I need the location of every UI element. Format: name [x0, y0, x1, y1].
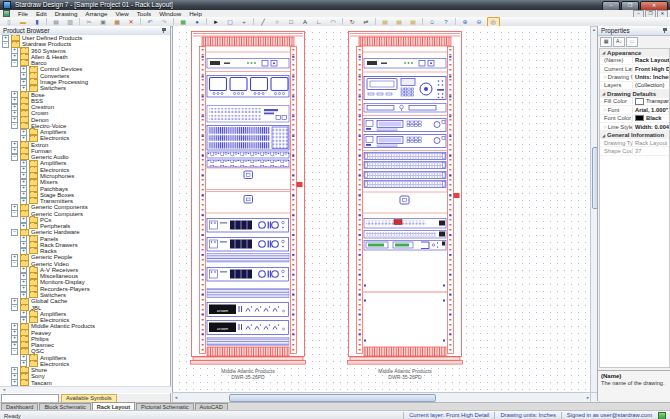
- library-symbols-button[interactable]: ▤: [393, 17, 406, 27]
- zoom-out-button[interactable]: ⊖: [473, 17, 486, 27]
- rack-unit-meter-panel[interactable]: [364, 241, 446, 251]
- rack-unit-connector-row[interactable]: [364, 231, 446, 239]
- property-category-appearance[interactable]: ◢Appearance: [600, 49, 669, 57]
- scroll-left-arrow[interactable]: ◄: [174, 395, 178, 401]
- menu-file[interactable]: File: [14, 10, 32, 17]
- expand-toggle-icon[interactable]: −: [11, 60, 18, 67]
- property-row-font-color[interactable]: Font ColorBlack: [600, 115, 669, 123]
- property-category-general-information[interactable]: ◢General Information: [600, 131, 669, 139]
- people-button[interactable]: ☺: [426, 17, 439, 27]
- rack-unit-vent[interactable]: [207, 254, 289, 263]
- text-button[interactable]: A: [299, 17, 312, 27]
- node-select-button[interactable]: ▢: [224, 17, 237, 27]
- paste-button[interactable]: ▦: [111, 17, 124, 27]
- help-button[interactable]: ?: [440, 17, 453, 27]
- rack-unit-cd-player[interactable]: [364, 119, 446, 132]
- rack-unit-patchbay[interactable]: [207, 126, 289, 151]
- tree-scrollbar[interactable]: ◄: [0, 386, 172, 393]
- expand-toggle-icon[interactable]: −: [2, 41, 9, 48]
- expand-toggle-icon[interactable]: −: [11, 154, 18, 161]
- property-value[interactable]: Rack Layout: [633, 57, 669, 63]
- note-flag[interactable]: [297, 182, 303, 187]
- delete-button[interactable]: ✕: [125, 17, 138, 27]
- property-value[interactable]: Width: 0.004", Col: [633, 124, 669, 130]
- tree-item-tascam[interactable]: +Tascam: [0, 380, 170, 386]
- rack-unit-patchbay-row[interactable]: [364, 172, 446, 179]
- property-value[interactable]: 37: [633, 148, 669, 154]
- menu-help[interactable]: Help: [185, 10, 206, 17]
- rack-drawing-right[interactable]: [347, 31, 463, 365]
- zoom-fit-button[interactable]: ◎: [487, 17, 500, 27]
- expand-toggle-icon[interactable]: −: [11, 348, 18, 355]
- pin-icon[interactable]: [662, 28, 668, 34]
- library-projects-button[interactable]: ▤: [407, 17, 420, 27]
- rack-bottom-vent[interactable]: [207, 347, 289, 356]
- property-value[interactable]: (Collection): [633, 82, 669, 88]
- zoom-in-button[interactable]: ⊕: [459, 17, 472, 27]
- property-row-line-style[interactable]: ▷Line StyleWidth: 0.004", Col: [600, 123, 669, 131]
- cut-button[interactable]: ✂: [83, 17, 96, 27]
- flip-button[interactable]: ⇄: [360, 17, 373, 27]
- rack-unit-dual-window-panel[interactable]: [364, 104, 446, 113]
- rack-top-vent[interactable]: [202, 37, 294, 46]
- expand-arrow-icon[interactable]: ▷: [604, 75, 607, 79]
- line-button[interactable]: ╱: [257, 17, 270, 27]
- property-pages-button[interactable]: ▭: [626, 37, 638, 47]
- rack-bottom-vent[interactable]: [364, 347, 446, 356]
- menu-arrange[interactable]: Arrange: [81, 10, 111, 17]
- save-button[interactable]: ▮: [31, 17, 44, 27]
- arc-button[interactable]: ◠: [327, 17, 340, 27]
- rack-unit-patchbay-row[interactable]: [364, 181, 446, 188]
- property-category-drawing-defaults[interactable]: ◢Drawing Defaults: [600, 90, 669, 98]
- menu-edit[interactable]: Edit: [32, 10, 51, 17]
- rack-unit-crown-amp[interactable]: [207, 321, 289, 335]
- expand-toggle-icon[interactable]: −: [11, 260, 18, 267]
- pan-button[interactable]: +: [238, 17, 251, 27]
- categorized-button[interactable]: ▦: [600, 37, 612, 47]
- property-row-font[interactable]: ▷FontArial, 1.000", Reg: [600, 106, 669, 114]
- redo-button[interactable]: ↷: [158, 17, 171, 27]
- copy-button[interactable]: ▣: [97, 17, 110, 27]
- property-row-shape-cou[interactable]: Shape Cou37: [600, 147, 669, 155]
- expand-toggle-icon[interactable]: +: [11, 379, 18, 386]
- title-bar[interactable]: Stardraw Design 7 - [Sample Project 01 -…: [0, 0, 670, 10]
- alphabetical-button[interactable]: A↓: [613, 37, 625, 47]
- grid-button[interactable]: ▦: [177, 17, 190, 27]
- menu-drawing[interactable]: Drawing: [51, 10, 82, 17]
- pointer-button[interactable]: ►: [210, 17, 223, 27]
- rack-unit-processor[interactable]: [364, 59, 446, 69]
- property-value[interactable]: Transparent: [633, 98, 669, 105]
- rack-unit-amplifier[interactable]: [207, 268, 289, 282]
- expand-arrow-icon[interactable]: ▷: [604, 125, 607, 129]
- note-flag[interactable]: [454, 193, 460, 198]
- rack-unit-quad-panel[interactable]: [207, 76, 289, 98]
- property-value[interactable]: Rack Layout: [633, 140, 669, 146]
- property-value[interactable]: Arial, 1.000", Reg: [633, 107, 669, 113]
- property-value[interactable]: Front High Detail: [633, 66, 669, 72]
- property-value[interactable]: Black: [633, 115, 669, 122]
- rack-unit-amplifier[interactable]: [207, 238, 289, 252]
- rack-unit-dat-recorder[interactable]: [364, 77, 446, 100]
- undo-button[interactable]: ↶: [144, 17, 157, 27]
- menu-window[interactable]: Window: [155, 10, 185, 17]
- property-row-fill-color[interactable]: Fill ColorTransparent: [600, 98, 669, 106]
- expand-toggle-icon[interactable]: −: [11, 122, 18, 129]
- expand-toggle-icon[interactable]: −: [11, 210, 18, 217]
- property-row-drawing-un[interactable]: ▷Drawing UnUnits: Inches, Prec: [600, 73, 669, 81]
- rack-unit-amplifier[interactable]: [207, 219, 289, 233]
- rack-unit-vent[interactable]: [207, 338, 289, 346]
- ellipse-button[interactable]: ○: [271, 17, 284, 27]
- rack-unit-connector-panel[interactable]: [207, 106, 289, 123]
- property-value[interactable]: Units: Inches, Prec: [633, 74, 669, 80]
- rack-unit-processor[interactable]: [207, 59, 289, 69]
- rack-drawing-left[interactable]: crown: [190, 31, 306, 365]
- property-row-drawing-ty[interactable]: Drawing TyRack Layout: [600, 139, 669, 147]
- menu-tools[interactable]: Tools: [133, 10, 155, 17]
- rack-unit-cd-player[interactable]: [364, 135, 446, 148]
- rack-unit-vent[interactable]: [207, 289, 289, 298]
- rack-top-vent[interactable]: [359, 37, 451, 46]
- horizontal-scroll-thumb[interactable]: [229, 394, 436, 402]
- rack-unit-crown-amp[interactable]: [207, 303, 289, 317]
- pin-icon[interactable]: [161, 28, 167, 34]
- new-button[interactable]: ▯: [3, 17, 16, 27]
